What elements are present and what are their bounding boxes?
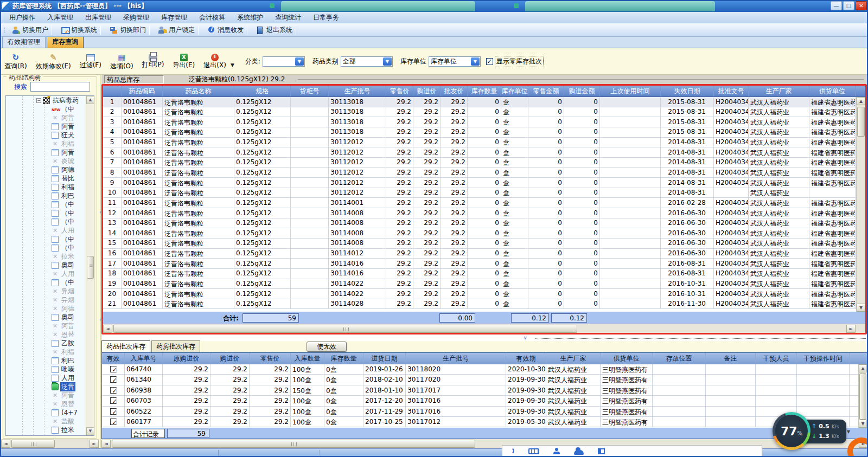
col-drug-name[interactable]: 药品名称 <box>163 86 234 96</box>
scroll-left-icon[interactable]: ◄ <box>103 325 112 333</box>
col-op-time[interactable]: 干预操作时间 <box>797 353 850 364</box>
col-orig-price[interactable]: 原购进价 <box>163 353 210 364</box>
col-batch[interactable]: 生产批号 <box>329 86 386 96</box>
toolbar-button[interactable]: 退出系统 <box>252 24 301 36</box>
menu-item[interactable]: 用户操作 <box>3 12 41 23</box>
unit-filter-select[interactable]: 库存单位 ▼ <box>429 56 481 67</box>
menu-item[interactable]: 出库管理 <box>79 12 117 23</box>
table-row[interactable]: 064740 29.2 29.2 29.2 100盒 0盒 2019-01-26… <box>102 364 867 375</box>
table-row[interactable]: 060938 29.2 29.2 29.2 150盒 0盒 2018-01-10… <box>102 385 867 396</box>
table-row[interactable]: 18 00104861 泛昔洛韦颗粒 0.125gX12 30114016 29… <box>103 269 865 279</box>
make-invalid-button[interactable]: 使无效 <box>307 342 347 352</box>
col-batch-no[interactable]: 生产批号 <box>406 353 506 364</box>
col-purchase-price[interactable]: 购进价 <box>210 353 250 364</box>
class-filter-select[interactable]: ▼ <box>263 56 305 67</box>
tree-item[interactable]: 乙胺 <box>6 339 87 347</box>
scroll-up-icon[interactable]: ▲ <box>857 97 865 105</box>
batch-tab[interactable]: 药房批次库存 <box>151 340 200 352</box>
panel-icon[interactable] <box>598 448 605 454</box>
toolbar-button[interactable]: 切换用户 <box>8 24 57 36</box>
scrollbar-thumb[interactable] <box>11 440 55 448</box>
ribbon-button[interactable]: 退出(X) <box>199 53 231 69</box>
table-row[interactable]: 061340 29.2 29.2 29.2 100盒 0盒 2018-02-10… <box>102 375 867 385</box>
menu-item[interactable]: 入库管理 <box>41 12 79 23</box>
tree-item[interactable]: 替比 <box>6 174 87 183</box>
stock-grid-vscrollbar[interactable]: ▲ ▼ <box>856 97 865 312</box>
col-supplier[interactable]: 供货单位 <box>809 86 856 96</box>
toolbar-button[interactable]: 切换部门 <box>106 24 155 36</box>
toolbar-button[interactable]: 消息收发 <box>203 24 252 36</box>
table-row[interactable]: 21 00104861 泛昔洛韦颗粒 0.125gX12 30114028 29… <box>103 299 865 310</box>
table-row[interactable]: 060177 29.2 29.2 29.2 100盒 0盒 2017-10-25… <box>102 417 867 427</box>
tree-item[interactable]: （中 <box>6 243 87 252</box>
tree-item[interactable]: 人用 <box>6 269 87 278</box>
table-row[interactable]: 1 00104861 泛昔洛韦颗粒 0.125gX12 30113018 29.… <box>103 97 865 107</box>
category-filter-select[interactable]: 全部 ▼ <box>341 56 393 67</box>
batch-grid-vscrollbar[interactable]: ▲ ▼ <box>858 364 867 428</box>
document-tab[interactable]: 库存查询 <box>47 36 84 48</box>
col-stock-unit[interactable]: 库存单位 <box>501 86 528 96</box>
table-row[interactable]: 10 00104861 泛昔洛韦颗粒 0.125gX12 30112012 29… <box>103 188 865 198</box>
tree-item[interactable]: （中 <box>6 278 87 287</box>
scrollbar-thumb[interactable] <box>859 374 866 420</box>
tree-item[interactable]: 利福 <box>6 139 87 148</box>
col-manufacturer[interactable]: 生产厂家 <box>546 353 601 364</box>
search-input[interactable] <box>30 82 90 92</box>
tree-item[interactable]: 利福 <box>6 183 87 191</box>
tree-item[interactable]: 拉米 <box>6 426 87 434</box>
col-drug-code[interactable]: 药品编码 <box>122 86 163 96</box>
tree-item[interactable]: 异烟 <box>6 287 87 295</box>
tree-item[interactable]: 阿昔 <box>6 148 87 157</box>
tree-item[interactable]: （中 <box>6 105 87 113</box>
table-row[interactable]: 12 00104861 泛昔洛韦颗粒 0.125gX12 30114008 29… <box>103 208 865 218</box>
valid-checkbox[interactable] <box>110 397 117 404</box>
horizontal-splitter[interactable]: ∨ <box>101 336 868 340</box>
tree-item[interactable]: （中 <box>6 235 87 243</box>
col-inbound-qty[interactable]: 入库数量 <box>291 353 324 364</box>
ribbon-button[interactable]: X 导出(E) <box>168 53 199 69</box>
close-button[interactable]: ✕ <box>856 1 867 10</box>
maximize-button[interactable]: □ <box>843 1 854 10</box>
scroll-down-icon[interactable]: ▼ <box>86 427 94 435</box>
col-location[interactable]: 存放位置 <box>653 353 706 364</box>
tree-hscrollbar[interactable]: ◄ ► <box>1 439 99 448</box>
col-retail-price[interactable]: 零售价 <box>250 353 291 364</box>
tree-item[interactable]: 阿昔 <box>6 321 87 330</box>
col-rownum[interactable] <box>103 86 122 96</box>
table-row[interactable]: 7 00104861 泛昔洛韦颗粒 0.125gX12 30112012 29.… <box>103 158 865 168</box>
batch-tab[interactable]: 药品批次库存 <box>101 340 150 352</box>
table-row[interactable]: 20 00104861 泛昔洛韦颗粒 0.125gX12 30114022 29… <box>103 289 865 299</box>
splitter-collapse-icon[interactable]: ∨ <box>524 335 527 340</box>
tree-item[interactable]: 阿德 <box>6 165 87 174</box>
minimize-button[interactable]: — <box>831 1 842 10</box>
ribbon-button[interactable]: 过滤(F) <box>75 54 106 69</box>
scroll-up-icon[interactable]: ▲ <box>859 364 867 372</box>
menu-item[interactable]: 会计核算 <box>193 12 231 23</box>
tree-item[interactable]: 利巴 <box>6 434 87 436</box>
ribbon-button[interactable]: 打印(P) <box>138 54 169 69</box>
ribbon-button[interactable]: ↻ 查询(R) <box>0 52 31 70</box>
col-retail-amount[interactable]: 零售金额 <box>528 86 564 96</box>
table-row[interactable]: 4 00104861 泛昔洛韦颗粒 0.125gX12 30113018 29.… <box>103 127 865 138</box>
scroll-up-icon[interactable]: ▲ <box>86 96 94 104</box>
tree-item[interactable]: 人用 <box>6 226 87 235</box>
col-expiry[interactable]: 有效期 <box>506 353 546 364</box>
tree-item[interactable]: 吡嗪 <box>6 365 87 374</box>
col-last-used[interactable]: 上次使用时间 <box>600 86 661 96</box>
menu-item[interactable]: 日常事务 <box>307 12 345 23</box>
tree-item[interactable]: 炎琥 <box>6 157 87 165</box>
menu-item[interactable]: 库存管理 <box>155 12 193 23</box>
table-row[interactable]: 9 00104861 泛昔洛韦颗粒 0.125gX12 30112012 29.… <box>103 178 865 188</box>
scroll-right-icon[interactable]: ► <box>90 440 99 448</box>
tree-item[interactable]: 盐酸 <box>6 417 87 426</box>
table-row[interactable]: 060703 29.2 29.2 29.2 100盒 0盒 2017-12-20… <box>102 396 867 406</box>
filter-dropdown-arrow[interactable]: ▼ <box>231 62 234 68</box>
valid-checkbox[interactable] <box>110 419 117 425</box>
tree-item[interactable]: (4+7 <box>6 408 87 417</box>
col-approval-no[interactable]: 批准文号 <box>714 86 749 96</box>
scroll-down-icon[interactable]: ▼ <box>857 304 865 312</box>
cloud-icon[interactable] <box>574 450 584 455</box>
table-row[interactable]: 15 00104861 泛昔洛韦颗粒 0.125gX12 30114008 29… <box>103 239 865 249</box>
tree-item[interactable]: 人用 <box>6 374 87 382</box>
tree-expander-icon[interactable]: − <box>36 98 41 103</box>
